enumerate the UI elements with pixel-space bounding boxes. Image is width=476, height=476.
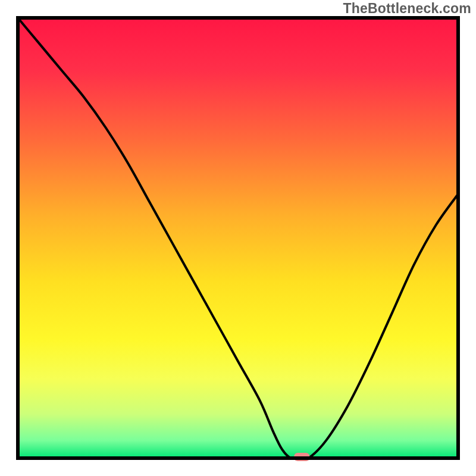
chart-container: TheBottleneck.com bbox=[0, 0, 476, 476]
gradient-background bbox=[18, 18, 458, 458]
watermark-text: TheBottleneck.com bbox=[343, 1, 471, 17]
bottleneck-chart bbox=[0, 0, 476, 476]
plot-area bbox=[18, 18, 458, 461]
